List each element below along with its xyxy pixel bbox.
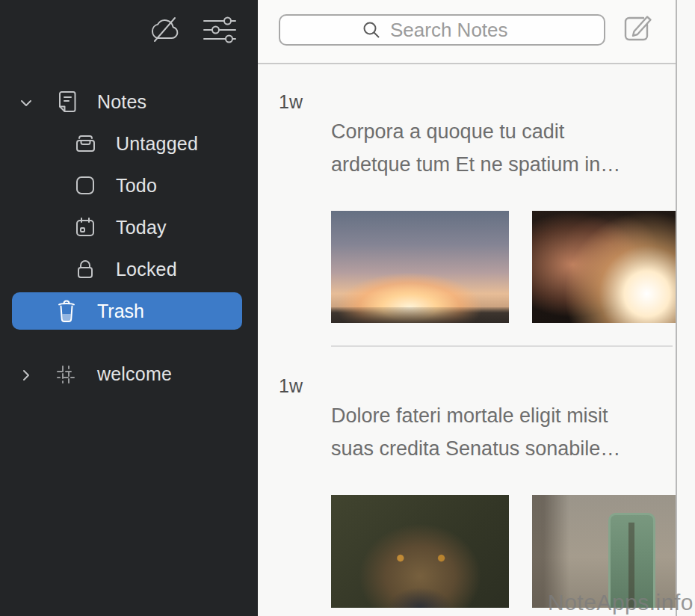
sidebar-item-locked[interactable]: Locked xyxy=(0,250,258,288)
chevron-right-icon[interactable] xyxy=(19,366,34,387)
sidebar-item-notes[interactable]: Notes xyxy=(0,83,258,120)
sidebar-item-label: Todo xyxy=(116,167,157,204)
editor-pane-edge xyxy=(677,0,695,616)
note-date: 1w xyxy=(279,375,303,397)
sidebar-item-label: Untagged xyxy=(116,125,198,162)
sidebar: Notes Untagged Todo xyxy=(0,0,258,616)
note-thumbnail-sunset[interactable] xyxy=(331,211,509,323)
today-calendar-icon xyxy=(75,217,96,242)
cloud-sync-off-icon[interactable] xyxy=(148,13,182,48)
sidebar-item-label: Today xyxy=(116,209,167,246)
sidebar-item-label: Trash xyxy=(97,292,144,330)
sidebar-item-label: welcome xyxy=(97,355,172,392)
compose-new-note-icon[interactable] xyxy=(621,13,655,50)
untagged-inbox-icon xyxy=(75,133,96,158)
watermark-text: NoteApps.info xyxy=(548,590,694,615)
app-window: Notes Untagged Todo xyxy=(0,0,695,616)
chevron-down-icon[interactable] xyxy=(19,93,34,115)
sidebar-item-todo[interactable]: Todo xyxy=(0,167,258,204)
sidebar-item-label: Locked xyxy=(116,250,177,288)
preferences-sliders-icon[interactable] xyxy=(203,16,236,46)
note-date: 1w xyxy=(279,91,303,113)
search-icon xyxy=(362,20,381,40)
locked-padlock-icon xyxy=(75,259,96,284)
trash-icon xyxy=(55,299,78,328)
todo-checkbox-icon xyxy=(75,175,96,200)
sidebar-item-trash[interactable]: Trash xyxy=(12,292,242,330)
note-separator xyxy=(331,345,673,347)
sidebar-item-untagged[interactable]: Untagged xyxy=(0,125,258,162)
search-input[interactable] xyxy=(389,18,522,43)
tag-icon xyxy=(56,365,75,389)
search-input-container[interactable] xyxy=(279,14,605,46)
note-thumbnail-lion[interactable] xyxy=(331,495,509,608)
note-title: Dolore fateri mortale eligit misit suas … xyxy=(331,399,673,465)
note-thumbnail-sparks[interactable] xyxy=(532,211,676,323)
sidebar-item-today[interactable]: Today xyxy=(0,209,258,246)
note-title: Corpora a quoque tu cadit ardetque tum E… xyxy=(331,115,673,181)
sidebar-item-tag-welcome[interactable]: welcome xyxy=(0,355,258,392)
note-list-header xyxy=(258,0,676,64)
note-document-icon xyxy=(56,90,78,118)
sidebar-item-label: Notes xyxy=(97,83,146,120)
